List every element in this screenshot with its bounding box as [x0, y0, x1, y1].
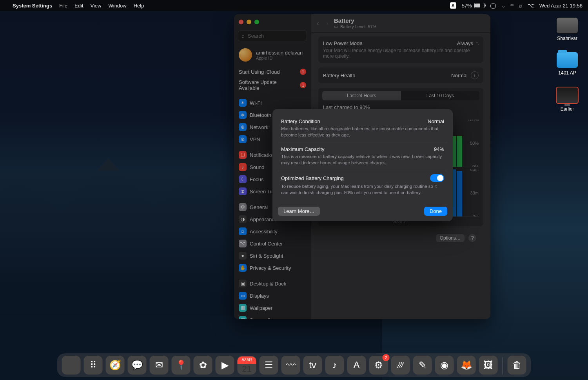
history-range-tabs[interactable]: Last 24 Hours Last 10 Days: [322, 91, 479, 100]
sidebar-item-label: Siri & Spotlight: [250, 253, 283, 259]
battery-health-value: Normal: [451, 73, 468, 78]
sidebar-item[interactable]: ●Siri & Spotlight: [236, 250, 309, 262]
dock-notes[interactable]: ✎: [413, 356, 432, 375]
apple-id-row[interactable]: amirhossain delavari Apple ID: [234, 44, 311, 66]
dock-firefox[interactable]: 🦊: [457, 356, 476, 375]
parallels-icon: [556, 87, 579, 104]
sidebar-item[interactable]: ▤Screen Saver: [236, 314, 309, 319]
low-power-select[interactable]: Always: [457, 40, 479, 46]
battery-health-label: Battery Health: [323, 73, 355, 78]
dock-system-settings[interactable]: ⚙2: [369, 356, 388, 375]
dock-photos[interactable]: ✿: [194, 356, 212, 375]
toggle-switch[interactable]: [430, 174, 444, 182]
sidebar-item-icon: ♪: [239, 163, 247, 171]
sidebar-item[interactable]: ☺Accessibility: [236, 225, 309, 237]
sidebar-item[interactable]: ✋Privacy & Security: [236, 262, 309, 274]
battery-status[interactable]: 57%: [462, 3, 485, 9]
desktop-item[interactable]: Earlier: [554, 87, 581, 112]
sidebar-item[interactable]: ▭Displays: [236, 290, 309, 302]
input-source-icon[interactable]: A: [450, 2, 456, 9]
avatar: [239, 48, 252, 62]
wifi-icon[interactable]: ⌔: [510, 2, 514, 9]
sidebar-item-label: VPN: [250, 136, 260, 142]
tab-last-24h[interactable]: Last 24 Hours: [322, 91, 401, 100]
forward-button[interactable]: ›: [325, 18, 330, 28]
dock-mail[interactable]: ✉︎: [150, 356, 169, 375]
zoom-button[interactable]: [254, 20, 259, 24]
user-icon[interactable]: ◯: [490, 2, 496, 9]
dock-activity-monitor[interactable]: ⫻: [391, 356, 410, 375]
sidebar-banner[interactable]: Software Update Available1: [236, 77, 309, 93]
y-label: 100%: [464, 120, 479, 122]
menu-help[interactable]: Help: [134, 3, 144, 9]
y-label: 0%: [464, 164, 479, 167]
sidebar-item-icon: ☾: [239, 175, 247, 183]
dock-calendar[interactable]: AZAR21: [238, 356, 256, 375]
options-button[interactable]: Options…: [436, 234, 465, 242]
dock-facetime[interactable]: ▶: [216, 356, 234, 375]
dock-appstore[interactable]: A: [347, 356, 366, 375]
help-button[interactable]: ?: [468, 234, 476, 242]
desktop-icons: Shahrivar 1401 AP Earlier: [554, 18, 581, 112]
minimize-button[interactable]: [247, 20, 251, 24]
dock-chrome[interactable]: ◉: [435, 356, 454, 375]
bluetooth-off-icon[interactable]: ⌵: [502, 2, 505, 9]
dock-safari[interactable]: 🧭: [106, 356, 125, 375]
dock-tv[interactable]: tv: [303, 356, 322, 375]
menu-file[interactable]: File: [59, 3, 67, 9]
menu-view[interactable]: View: [91, 3, 102, 9]
sidebar-item-icon: ⌥: [239, 240, 247, 247]
back-button[interactable]: ‹: [315, 18, 321, 28]
search-field[interactable]: ⌕: [238, 31, 307, 41]
desktop-item-label: 1401 AP: [558, 70, 576, 76]
search-input[interactable]: [247, 33, 314, 39]
dock-maps[interactable]: 📍: [172, 356, 191, 375]
dock-badge: 2: [383, 354, 390, 361]
dock-messages[interactable]: 💬: [128, 356, 147, 375]
sidebar-item[interactable]: ▣Desktop & Dock: [236, 278, 309, 289]
low-power-row[interactable]: Low Power Mode Always Your Mac will redu…: [318, 36, 483, 63]
badge: 1: [300, 82, 306, 88]
battery-pct-label: 57%: [462, 3, 472, 9]
sidebar-item[interactable]: ⌥Control Center: [236, 238, 309, 249]
desktop-item[interactable]: 1401 AP: [554, 52, 581, 76]
battery-health-row[interactable]: Battery Health Normal i: [318, 67, 483, 83]
tab-last-10d[interactable]: Last 10 Days: [401, 91, 480, 100]
battery-small-icon: ▭: [334, 24, 338, 29]
dock-trash[interactable]: 🗑: [508, 356, 526, 375]
sidebar-item-label: Sound: [250, 164, 265, 170]
sidebar-item-label: Bluetooth: [250, 112, 271, 118]
sidebar-item-label: General: [250, 204, 268, 210]
dock-preview[interactable]: 🖼: [479, 356, 498, 375]
dock-launchpad[interactable]: ⠿: [84, 356, 103, 375]
control-center-icon[interactable]: ⌥: [528, 2, 534, 9]
dock-music[interactable]: ♪: [325, 356, 344, 375]
sidebar-item[interactable]: ▦Wallpaper: [236, 302, 309, 314]
desktop-item[interactable]: Shahrivar: [554, 18, 581, 41]
dock-separator: [503, 357, 503, 375]
sheet-row: Battery ConditionNormalMac batteries, li…: [278, 115, 447, 142]
sidebar-item-label: Focus: [250, 176, 263, 182]
app-menu[interactable]: System Settings: [13, 3, 52, 9]
done-button[interactable]: Done: [424, 207, 447, 216]
search-icon: ⌕: [241, 33, 245, 39]
info-icon[interactable]: i: [471, 71, 479, 79]
close-button[interactable]: [239, 20, 243, 24]
account-sub: Apple ID: [256, 56, 303, 60]
clock[interactable]: Wed Azar 21 19:56: [539, 3, 583, 9]
sidebar-item[interactable]: ✶Wi-Fi: [236, 97, 309, 109]
y-label: 60m: [464, 169, 479, 172]
battery-health-sheet: Battery ConditionNormalMac batteries, li…: [272, 109, 453, 221]
sidebar-banner[interactable]: Start Using iCloud1: [236, 67, 309, 77]
page-title: Battery: [334, 17, 376, 24]
dock-reminders[interactable]: ☰: [260, 356, 278, 375]
menu-edit[interactable]: Edit: [74, 3, 83, 9]
battery-icon: [474, 3, 485, 8]
dock-freeform[interactable]: 〰: [281, 356, 300, 375]
spotlight-icon[interactable]: ⌕: [519, 2, 522, 9]
sidebar-item-label: Screen Saver: [250, 317, 281, 320]
learn-more-button[interactable]: Learn More…: [278, 207, 320, 216]
traffic-lights: [234, 14, 311, 27]
dock-finder[interactable]: [62, 356, 81, 375]
menu-window[interactable]: Window: [108, 3, 126, 9]
